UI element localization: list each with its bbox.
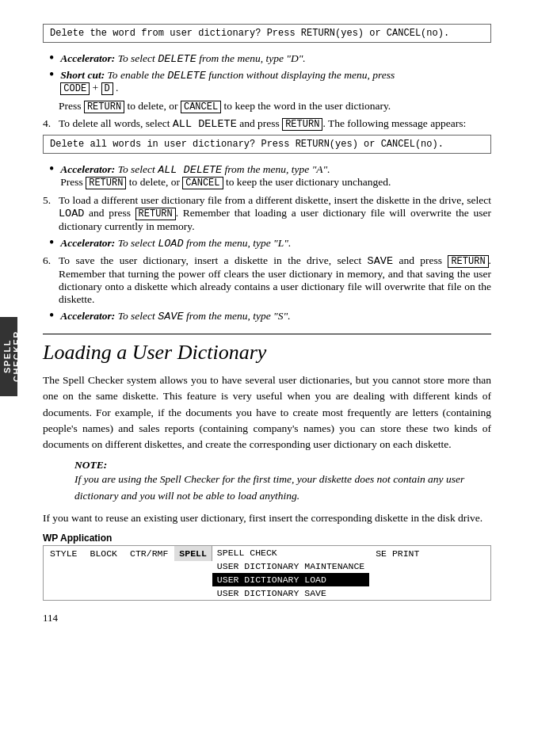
numbered-item-6: 6. To save the user dictionary, insert a… bbox=[43, 254, 491, 306]
item-5-text: To load a different user dictionary file… bbox=[59, 194, 491, 233]
key-return-item4: RETURN bbox=[282, 118, 322, 131]
bullet-item-accelerator-1: • Accelerator: To select DELETE from the… bbox=[49, 52, 491, 65]
num-4: 4. bbox=[43, 117, 59, 131]
menu-dropdown-spell-check[interactable]: SPELL CHECK bbox=[212, 546, 369, 559]
acc2-content: Accelerator: To select ALL DELETE from t… bbox=[60, 163, 391, 189]
menu-item-print[interactable]: SE PRINT bbox=[369, 546, 425, 561]
bullet-list-2: • Accelerator: To select ALL DELETE from… bbox=[49, 163, 491, 189]
terminal-box-1: Delete the word from user dictionary? Pr… bbox=[43, 24, 491, 43]
shortcut-text: To enable the DELETE function without di… bbox=[108, 69, 395, 81]
bullet-dot-5: • bbox=[49, 308, 54, 323]
bullet-dot-2: • bbox=[49, 67, 54, 82]
numbered-item-4: 4. To delete all words, select ALL DELET… bbox=[43, 117, 491, 131]
bullet-list-3: • Accelerator: To select LOAD from the m… bbox=[49, 237, 491, 250]
numbered-item-5: 5. To load a different user dictionary f… bbox=[43, 194, 491, 233]
bullet-item-acc-save: • Accelerator: To select SAVE from the m… bbox=[49, 310, 491, 323]
period: . bbox=[116, 82, 118, 94]
bullet-list-4: • Accelerator: To select SAVE from the m… bbox=[49, 310, 491, 323]
accelerator-text: To select DELETE from the menu, type "D"… bbox=[118, 52, 306, 64]
acc-save-text: To select SAVE from the menu, type "S". bbox=[118, 310, 291, 322]
item-4-text: To delete all words, select ALL DELETE a… bbox=[59, 117, 466, 131]
key-return-2: RETURN bbox=[86, 177, 126, 189]
label-acc-save: Accelerator: bbox=[60, 310, 115, 322]
body-para-2: If you want to reuse an existing user di… bbox=[43, 510, 491, 526]
label-acc-load: Accelerator: bbox=[60, 237, 115, 249]
bullet-text: Accelerator: To select DELETE from the m… bbox=[60, 52, 305, 65]
key-cancel-1: CANCEL bbox=[181, 101, 221, 113]
menu-bar[interactable]: STYLE BLOCK CTR/RMF SPELL SPELL CHECK US… bbox=[43, 545, 491, 601]
menu-item-spell[interactable]: SPELL bbox=[174, 546, 212, 561]
plus-sign: + bbox=[93, 82, 101, 94]
key-code: CODE bbox=[60, 82, 90, 95]
shortcut-content: Short cut: To enable the DELETE function… bbox=[60, 69, 395, 95]
label-accelerator: Accelerator: bbox=[60, 52, 115, 64]
num-5: 5. bbox=[43, 194, 59, 233]
item-6-text: To save the user dictionary, insert a di… bbox=[59, 254, 491, 306]
key-cancel-2: CANCEL bbox=[182, 177, 223, 189]
key-return-1: RETURN bbox=[84, 101, 124, 113]
note-text: If you are using the Spell Checker for t… bbox=[74, 472, 491, 504]
bullet-list-1: • Accelerator: To select DELETE from the… bbox=[49, 52, 491, 95]
key-return-5: RETURN bbox=[135, 208, 176, 220]
menu-dropdown[interactable]: SPELL CHECK USER DICTIONARY MAINTENANCE … bbox=[212, 546, 369, 600]
bullet-item-shortcut: • Short cut: To enable the DELETE functi… bbox=[49, 69, 491, 95]
num-6: 6. bbox=[43, 254, 59, 306]
acc-save-content: Accelerator: To select SAVE from the men… bbox=[60, 310, 290, 323]
section-heading: Loading a User Dictionary bbox=[43, 334, 491, 365]
note-block: NOTE: If you are using the Spell Checker… bbox=[74, 459, 491, 504]
menu-item-ctr[interactable]: CTR/RMF bbox=[124, 546, 174, 561]
bullet-item-accelerator-2: • Accelerator: To select ALL DELETE from… bbox=[49, 163, 491, 189]
note-title: NOTE: bbox=[74, 459, 491, 472]
bullet-item-acc-load: • Accelerator: To select LOAD from the m… bbox=[49, 237, 491, 250]
bullet-dot: • bbox=[49, 51, 54, 65]
menu-item-block[interactable]: BLOCK bbox=[84, 546, 124, 561]
bullet-dot-4: • bbox=[49, 235, 54, 250]
label-acc-2: Accelerator: bbox=[60, 163, 115, 175]
press-return-line: Press RETURN to delete, or CANCEL to kee… bbox=[59, 100, 491, 113]
acc-load-content: Accelerator: To select LOAD from the men… bbox=[60, 237, 291, 250]
key-return-6: RETURN bbox=[448, 255, 488, 268]
shortcut-keys: CODE + D . bbox=[60, 82, 118, 94]
menu-dropdown-maintenance[interactable]: USER DICTIONARY MAINTENANCE bbox=[212, 559, 369, 573]
bullet-dot-3: • bbox=[49, 162, 54, 176]
menu-dropdown-save[interactable]: USER DICTIONARY SAVE bbox=[212, 586, 369, 600]
menu-item-style[interactable]: STYLE bbox=[44, 546, 84, 561]
menu-dropdown-load[interactable]: USER DICTIONARY LOAD bbox=[212, 573, 369, 586]
key-d: D bbox=[101, 82, 113, 95]
acc2-press-line: Press RETURN to delete, or CANCEL to kee… bbox=[60, 176, 391, 188]
acc-load-text: To select LOAD from the menu, type "L". bbox=[118, 237, 292, 249]
wp-application-label: WP Application bbox=[43, 533, 491, 544]
body-para-1: The Spell Checker system allows you to h… bbox=[43, 372, 491, 452]
page-number: 114 bbox=[43, 612, 491, 624]
label-shortcut: Short cut: bbox=[60, 69, 105, 81]
terminal-box-2: Delete all words in user dictionary? Pre… bbox=[43, 135, 491, 154]
acc2-text: To select ALL DELETE from the menu, type… bbox=[118, 163, 330, 175]
